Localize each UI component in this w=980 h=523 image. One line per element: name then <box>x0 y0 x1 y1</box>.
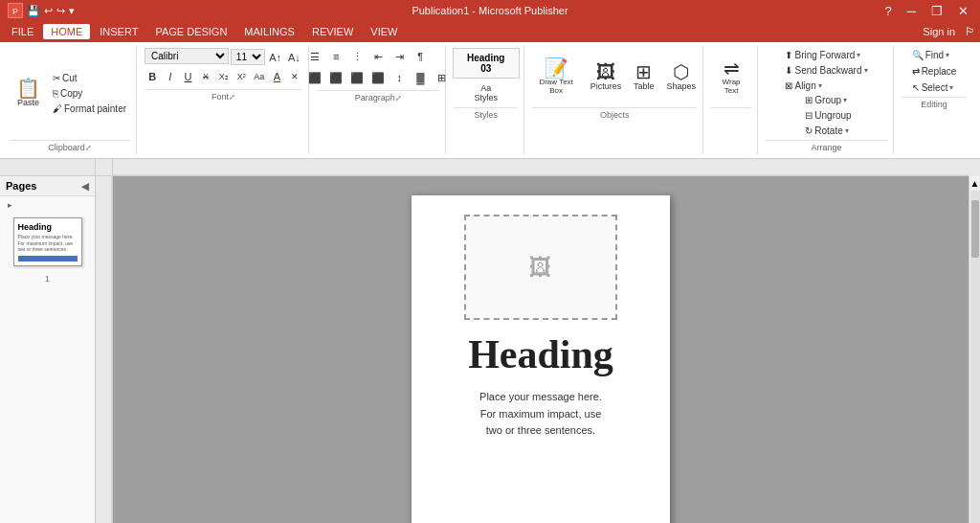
find-arrow: ▾ <box>946 51 949 59</box>
bullet-list-btn[interactable]: ☰ <box>305 48 324 65</box>
image-placeholder-icon: 🖼 <box>529 254 552 281</box>
rotate-arrow: ▾ <box>845 126 849 135</box>
font-size-select[interactable]: 11 <box>231 49 265 65</box>
pictures-btn[interactable]: 🖼 Pictures <box>587 48 625 105</box>
paragraph-mark-btn[interactable]: ¶ <box>411 48 430 65</box>
pages-ruler-corner <box>0 159 96 176</box>
select-btn[interactable]: ↖ Select ▾ <box>908 80 961 95</box>
rotate-btn[interactable]: ↻ Rotate ▾ <box>801 124 855 138</box>
wrap-text-btn[interactable]: ⇌ Wrap Text <box>711 48 751 105</box>
window-title: Publication1 - Microsoft Publisher <box>412 5 568 16</box>
page-body-text[interactable]: Place your message here. For maximum imp… <box>479 389 602 440</box>
menu-page-design[interactable]: PAGE DESIGN <box>147 24 234 39</box>
subscript-btn[interactable]: X₂ <box>215 68 232 85</box>
paragraph-expand-icon[interactable]: ⤢ <box>395 94 402 102</box>
italic-btn[interactable]: I <box>163 68 179 85</box>
ungroup-btn[interactable]: ⊟ Ungroup <box>801 108 855 123</box>
menu-file[interactable]: FILE <box>4 24 41 39</box>
font-name-select[interactable]: Calibri <box>145 48 229 64</box>
restore-btn[interactable]: ❐ <box>927 4 947 18</box>
shapes-btn[interactable]: ⬡ Shapes <box>662 48 700 105</box>
cut-button[interactable]: ✂ Cut <box>49 71 130 85</box>
copy-button[interactable]: ⎘ Copy <box>49 86 130 101</box>
grow-font-btn[interactable]: A↑ <box>267 49 284 66</box>
editing-group: 🔍 Find ▾ ⇄ Replace ↖ Select ▾ Editing <box>896 46 972 154</box>
justify-btn[interactable]: ⬛ <box>368 69 388 86</box>
redo-btn[interactable]: ↪ <box>56 5 65 17</box>
font-expand-icon[interactable]: ⤢ <box>229 93 235 102</box>
styles-group: Heading 03 Aa Styles Styles <box>448 46 524 154</box>
scroll-track-v[interactable] <box>970 191 980 523</box>
superscript-btn[interactable]: X² <box>234 68 250 85</box>
strikethrough-btn[interactable]: X <box>198 68 214 85</box>
wrap-text-group: ⇌ Wrap Text <box>705 46 758 154</box>
vertical-ruler <box>96 176 113 523</box>
sign-in-link[interactable]: Sign in <box>923 26 955 37</box>
title-bar-left: P 💾 ↩ ↪ ▾ <box>8 3 75 18</box>
arrange-group: ⬆ Bring Forward ▾ ⬇ Send Backward ▾ ⊠ Al… <box>760 46 894 154</box>
shrink-font-btn[interactable]: A↓ <box>286 49 303 66</box>
copy-icon: ⎘ <box>53 88 58 99</box>
pages-panel-collapse[interactable]: ◀ <box>81 181 89 192</box>
case-btn[interactable]: Aa <box>252 68 268 85</box>
line-spacing-btn[interactable]: ↕ <box>390 69 409 86</box>
bold-btn[interactable]: B <box>145 68 161 85</box>
undo-btn[interactable]: ↩ <box>44 5 53 17</box>
paragraph-group: ☰ ≡ ⋮ ⇤ ⇥ ¶ ⬛ ⬛ ⬛ ⬛ ↕ ▓ ⊞ Paragraph ⤢ <box>311 46 446 154</box>
find-btn[interactable]: 🔍 Find ▾ <box>908 48 961 62</box>
table-btn[interactable]: ⊞ Table <box>629 48 658 105</box>
quick-access-more[interactable]: ▾ <box>69 5 75 17</box>
menu-bar: FILE HOME INSERT PAGE DESIGN MAILINGS RE… <box>0 21 980 42</box>
draw-textbox-btn[interactable]: 📝 Draw Text Box <box>529 48 582 105</box>
close-btn[interactable]: ✕ <box>954 4 972 18</box>
send-backward-arrow: ▾ <box>864 66 868 75</box>
menu-home[interactable]: HOME <box>43 24 90 39</box>
decrease-indent-btn[interactable]: ⇤ <box>368 48 388 65</box>
clipboard-expand-icon[interactable]: ⤢ <box>85 144 92 152</box>
quick-save-btn[interactable]: 💾 <box>27 5 40 17</box>
ruler-h-svg <box>113 159 969 176</box>
font-color-btn[interactable]: A <box>269 68 285 85</box>
help-btn[interactable]: ? <box>881 4 896 18</box>
menu-mailings[interactable]: MAILINGS <box>236 24 302 39</box>
numbered-list-btn[interactable]: ≡ <box>326 48 345 65</box>
title-bar: P 💾 ↩ ↪ ▾ Publication1 - Microsoft Publi… <box>0 0 980 21</box>
group-arrow: ▾ <box>843 96 847 104</box>
thumb-heading: Heading <box>18 222 78 232</box>
align-right-btn[interactable]: ⬛ <box>347 69 367 86</box>
send-backward-btn[interactable]: ⬇ Send Backward ▾ <box>781 63 871 78</box>
scroll-thumb-v[interactable] <box>971 200 979 258</box>
scroll-up-btn[interactable]: ▲ <box>969 176 980 191</box>
replace-btn[interactable]: ⇄ Replace <box>908 64 961 79</box>
underline-btn[interactable]: U <box>180 68 196 85</box>
menu-view[interactable]: VIEW <box>363 24 405 39</box>
ms-flag-icon: 🏳 <box>965 25 976 38</box>
page-1-thumbnail[interactable]: Heading Place your message here. For max… <box>13 217 82 266</box>
heading03-style[interactable]: Heading 03 <box>453 48 520 79</box>
format-painter-button[interactable]: 🖌 Format painter <box>49 102 130 116</box>
group-btn[interactable]: ⊞ Group ▾ <box>801 93 855 107</box>
bring-forward-btn[interactable]: ⬆ Bring Forward ▾ <box>781 48 871 62</box>
canvas-area: 🖼 Heading Place your message here. For m… <box>113 176 969 523</box>
pages-panel: Pages ◀ ▸ Heading Place your message her… <box>0 176 96 523</box>
align-arrow: ▾ <box>818 81 822 90</box>
paste-button[interactable]: 📋 Paste <box>10 64 47 122</box>
styles-button[interactable]: Aa Styles <box>469 80 502 105</box>
minimize-btn[interactable]: ─ <box>903 4 920 18</box>
menu-review[interactable]: REVIEW <box>304 24 361 39</box>
align-left-btn[interactable]: ⬛ <box>305 69 324 86</box>
align-btn[interactable]: ⊠ Align ▾ <box>781 79 871 93</box>
multilevel-list-btn[interactable]: ⋮ <box>347 48 367 65</box>
align-center-btn[interactable]: ⬛ <box>326 69 345 86</box>
increase-indent-btn[interactable]: ⇥ <box>390 48 409 65</box>
menu-insert[interactable]: INSERT <box>92 24 145 39</box>
shading-btn[interactable]: ▓ <box>411 69 430 86</box>
page-heading[interactable]: Heading <box>468 331 613 377</box>
rotate-icon: ↻ <box>805 125 813 136</box>
image-placeholder[interactable]: 🖼 <box>464 215 617 320</box>
arrange-label: Arrange <box>811 143 841 152</box>
clear-format-btn[interactable]: ✕ <box>287 68 303 85</box>
vertical-scrollbar[interactable]: ▲ ▼ <box>969 176 980 523</box>
bring-forward-arrow: ▾ <box>857 51 860 59</box>
ruler-corner <box>96 159 113 176</box>
